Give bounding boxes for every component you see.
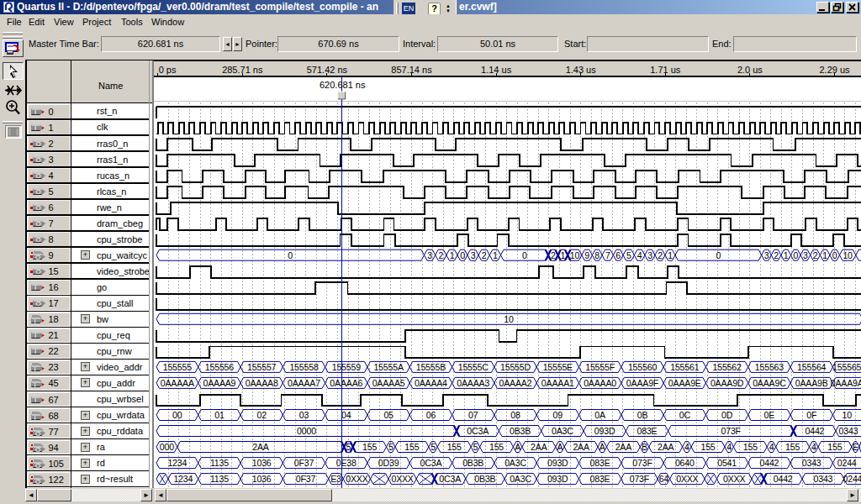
svg-text:2: 2 [482, 250, 487, 260]
svg-text:1036: 1036 [252, 458, 272, 468]
svg-text:0B3B: 0B3B [510, 426, 531, 436]
svg-text:01: 01 [214, 410, 224, 420]
svg-text:2AA: 2AA [658, 442, 675, 452]
svg-text:2: 2 [551, 250, 556, 260]
svg-text:0A3C: 0A3C [552, 426, 573, 436]
svg-text:0F: 0F [806, 410, 817, 420]
svg-text:0: 0 [460, 250, 465, 260]
svg-text:2: 2 [438, 250, 443, 260]
svg-text:1: 1 [561, 250, 566, 260]
svg-text:155: 155 [700, 442, 715, 452]
svg-text:15555E: 15555E [543, 362, 573, 372]
svg-text:0: 0 [522, 250, 527, 260]
svg-text:0: 0 [716, 250, 721, 260]
svg-text:1234: 1234 [173, 474, 193, 484]
svg-text:0343: 0343 [802, 458, 821, 468]
svg-text:6: 6 [615, 250, 621, 260]
svg-text:0541: 0541 [717, 458, 737, 468]
svg-text:4: 4 [811, 442, 816, 452]
svg-text:0C3A: 0C3A [439, 474, 462, 484]
svg-text:2: 2 [774, 250, 779, 260]
svg-text:155561: 155561 [670, 362, 699, 372]
svg-text:0A3C: 0A3C [510, 474, 531, 484]
svg-text:4: 4 [637, 250, 642, 260]
svg-text:0E38: 0E38 [336, 458, 357, 468]
svg-text:05: 05 [383, 410, 394, 420]
svg-text:0C: 0C [679, 410, 691, 420]
svg-text:0000: 0000 [297, 426, 316, 436]
svg-text:0343: 0343 [814, 474, 833, 484]
svg-text:4: 4 [684, 442, 689, 452]
svg-text:15555D: 15555D [500, 362, 531, 372]
svg-text:A: A [600, 442, 606, 452]
svg-text:4: 4 [769, 442, 774, 452]
svg-text:155564: 155564 [797, 362, 826, 372]
svg-text:02: 02 [257, 410, 267, 420]
svg-text:0 ps: 0 ps [159, 65, 177, 75]
svg-text:9: 9 [584, 250, 589, 260]
svg-text:1: 1 [784, 250, 789, 260]
svg-text:1036: 1036 [252, 474, 272, 484]
svg-text:5: 5 [388, 442, 394, 452]
svg-text:0AAAA1: 0AAAA1 [541, 378, 574, 388]
svg-text:8: 8 [594, 250, 600, 260]
svg-text:1: 1 [822, 250, 827, 260]
svg-text:0C3A: 0C3A [420, 458, 443, 468]
svg-text:7: 7 [605, 250, 610, 260]
svg-text:0AAAA8: 0AAAA8 [246, 378, 278, 388]
svg-text:093D: 093D [594, 426, 615, 436]
svg-text:2AA: 2AA [573, 442, 590, 452]
svg-text:15555B: 15555B [416, 362, 446, 372]
svg-text:B: B [642, 442, 647, 452]
svg-text:0B3B: 0B3B [474, 474, 495, 484]
svg-text:0: 0 [832, 250, 837, 260]
svg-text:0E: 0E [764, 410, 775, 420]
svg-text:093D: 093D [547, 474, 568, 484]
svg-text:0AAA9C: 0AAA9C [753, 378, 786, 388]
svg-text:155: 155 [489, 442, 504, 452]
svg-text:0XXX: 0XXX [346, 474, 367, 484]
svg-text:3: 3 [803, 250, 808, 260]
svg-text:0442: 0442 [760, 458, 779, 468]
svg-text:00: 00 [172, 410, 182, 420]
svg-text:073F: 073F [630, 474, 650, 484]
svg-text:0AAAAA: 0AAAAA [161, 378, 195, 388]
svg-text:0AAAA5: 0AAAA5 [372, 378, 405, 388]
svg-text:A: A [557, 442, 564, 452]
svg-text:0442: 0442 [806, 426, 825, 436]
svg-text:E: E [853, 442, 858, 452]
svg-text:2AA: 2AA [252, 442, 270, 452]
svg-text:1135: 1135 [210, 474, 229, 484]
svg-text:0AAAA4: 0AAAA4 [415, 378, 447, 388]
svg-text:0AAAA6: 0AAAA6 [330, 378, 362, 388]
svg-text:06: 06 [426, 410, 436, 420]
svg-text:10: 10 [843, 250, 853, 260]
svg-text:093D: 093D [547, 458, 568, 468]
svg-text:0AAA9B: 0AAA9B [795, 378, 828, 388]
svg-text:155: 155 [404, 442, 419, 452]
svg-text:3: 3 [471, 250, 476, 260]
svg-text:155: 155 [362, 442, 377, 452]
svg-text:1234: 1234 [167, 458, 187, 468]
svg-text:155559: 155559 [332, 362, 361, 372]
svg-text:155565: 155565 [832, 362, 861, 372]
svg-text:03: 03 [299, 410, 309, 420]
svg-text:15555A: 15555A [373, 362, 404, 372]
svg-text:0B: 0B [637, 410, 648, 420]
svg-text:0343: 0343 [839, 426, 858, 436]
svg-text:000: 000 [160, 442, 174, 452]
svg-text:0AAAA9: 0AAAA9 [203, 378, 235, 388]
svg-text:073F: 073F [632, 458, 652, 468]
svg-text:15555C: 15555C [458, 362, 489, 372]
svg-text:155556: 155556 [205, 362, 234, 372]
svg-text:0A: 0A [594, 410, 606, 420]
svg-text:0B3B: 0B3B [462, 458, 483, 468]
svg-text:155555: 155555 [163, 362, 192, 372]
svg-text:A: A [515, 442, 521, 452]
svg-text:0AAA9D: 0AAA9D [710, 378, 744, 388]
svg-text:0244: 0244 [837, 458, 857, 468]
svg-text:08: 08 [510, 410, 520, 420]
svg-text:0AAAA3: 0AAAA3 [457, 378, 489, 388]
svg-text:2AA: 2AA [615, 442, 633, 452]
svg-text:155562: 155562 [713, 362, 742, 372]
